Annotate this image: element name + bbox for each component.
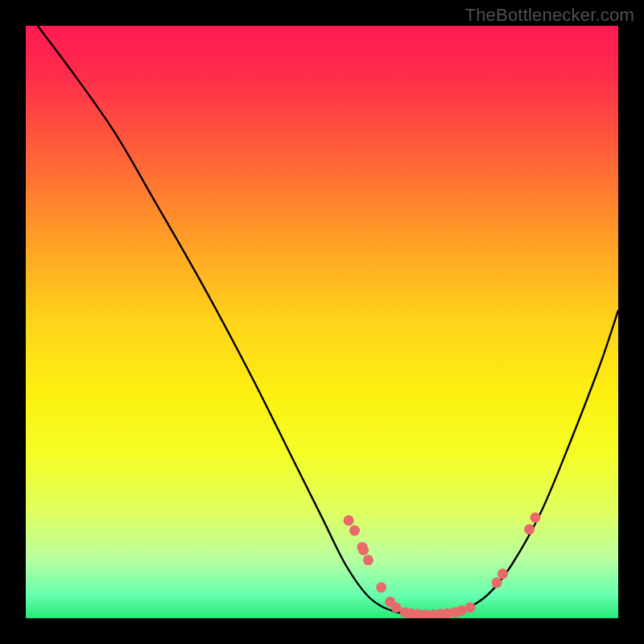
data-point (358, 545, 369, 555)
data-point (344, 515, 354, 526)
data-point (376, 582, 386, 592)
plot-area (26, 26, 618, 618)
data-point (391, 602, 402, 613)
data-point (492, 577, 502, 588)
data-point (456, 605, 466, 616)
scatter-points (26, 26, 618, 618)
data-point (349, 526, 360, 536)
data-point (524, 524, 535, 535)
data-point (363, 555, 374, 565)
data-point (530, 512, 540, 522)
watermark-text: TheBottlenecker.com (465, 5, 634, 26)
data-point (497, 568, 508, 579)
chart-container: TheBottlenecker.com (0, 0, 644, 644)
data-point (465, 602, 476, 613)
